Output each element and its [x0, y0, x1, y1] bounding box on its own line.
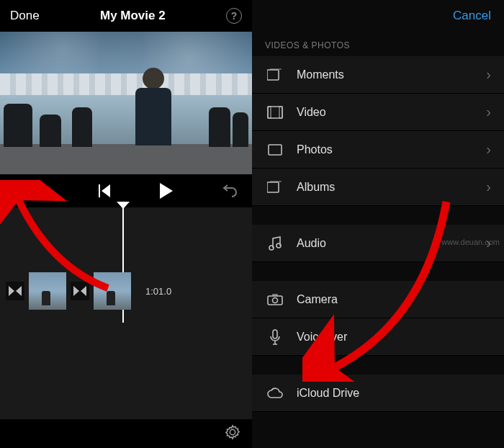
row-label: Moments — [297, 68, 486, 81]
row-photos[interactable]: Photos › — [252, 131, 504, 169]
row-label: Video — [297, 106, 486, 119]
svg-rect-0 — [267, 70, 279, 80]
photos-icon — [265, 144, 285, 156]
camera-icon — [265, 294, 285, 305]
svg-rect-1 — [270, 68, 282, 70]
transition-icon[interactable] — [6, 282, 24, 300]
svg-rect-2 — [268, 107, 282, 118]
svg-rect-13 — [273, 330, 277, 339]
clips-row: 1:01.0 — [6, 272, 171, 310]
gear-icon[interactable] — [225, 424, 240, 443]
timeline-clip[interactable] — [94, 272, 131, 310]
imovie-editor-screen: Done My Movie 2 ? + — [0, 0, 252, 448]
capture-list: Camera Voiceover — [252, 281, 504, 356]
voiceover-icon — [265, 329, 285, 345]
chevron-right-icon: › — [486, 104, 491, 120]
play-button[interactable] — [158, 183, 173, 199]
audio-icon — [265, 236, 285, 251]
row-albums[interactable]: Albums › — [252, 169, 504, 206]
svg-rect-6 — [267, 182, 279, 192]
row-video[interactable]: Video › — [252, 94, 504, 131]
picker-header: Cancel — [252, 0, 504, 32]
chevron-right-icon: › — [486, 141, 491, 158]
icloud-icon — [265, 387, 285, 399]
editor-header: Done My Movie 2 ? — [0, 0, 252, 32]
timeline[interactable] — [0, 207, 252, 419]
project-title: My Movie 2 — [100, 9, 166, 23]
row-icloud-drive[interactable]: iCloud Drive — [252, 375, 504, 412]
clip-time-label: 1:01.0 — [145, 286, 171, 297]
section-header-videos-photos: VIDEOS & PHOTOS — [252, 32, 504, 56]
row-camera[interactable]: Camera — [252, 281, 504, 318]
video-icon — [265, 106, 285, 119]
done-button[interactable]: Done — [10, 9, 40, 23]
media-picker-screen: Cancel VIDEOS & PHOTOS Moments › Video ›… — [252, 0, 504, 448]
transition-icon[interactable] — [71, 282, 89, 300]
albums-icon — [265, 181, 285, 194]
chevron-right-icon: › — [486, 179, 491, 195]
cloud-list: iCloud Drive — [252, 375, 504, 412]
row-label: iCloud Drive — [297, 387, 491, 400]
video-preview[interactable] — [0, 32, 252, 174]
row-label: Photos — [297, 143, 486, 156]
moments-icon — [265, 68, 285, 81]
svg-rect-5 — [269, 145, 282, 155]
timeline-clip[interactable] — [29, 272, 66, 310]
chevron-right-icon: › — [486, 66, 491, 83]
svg-rect-12 — [272, 294, 278, 296]
editor-bottom-bar — [0, 419, 252, 448]
watermark: www.deuan.com — [441, 238, 500, 246]
svg-point-11 — [273, 297, 278, 303]
row-label: Camera — [297, 293, 491, 306]
row-label: Albums — [297, 181, 486, 194]
cancel-button[interactable]: Cancel — [453, 9, 491, 23]
skip-back-button[interactable] — [97, 184, 112, 197]
help-icon[interactable]: ? — [226, 8, 242, 24]
add-media-button[interactable]: + — [10, 180, 21, 202]
row-voiceover[interactable]: Voiceover — [252, 318, 504, 356]
media-list: Moments › Video › Photos › Albums › — [252, 56, 504, 206]
row-moments[interactable]: Moments › — [252, 56, 504, 94]
svg-rect-7 — [270, 181, 282, 182]
undo-button[interactable] — [222, 184, 239, 198]
row-label: Voiceover — [297, 331, 491, 344]
